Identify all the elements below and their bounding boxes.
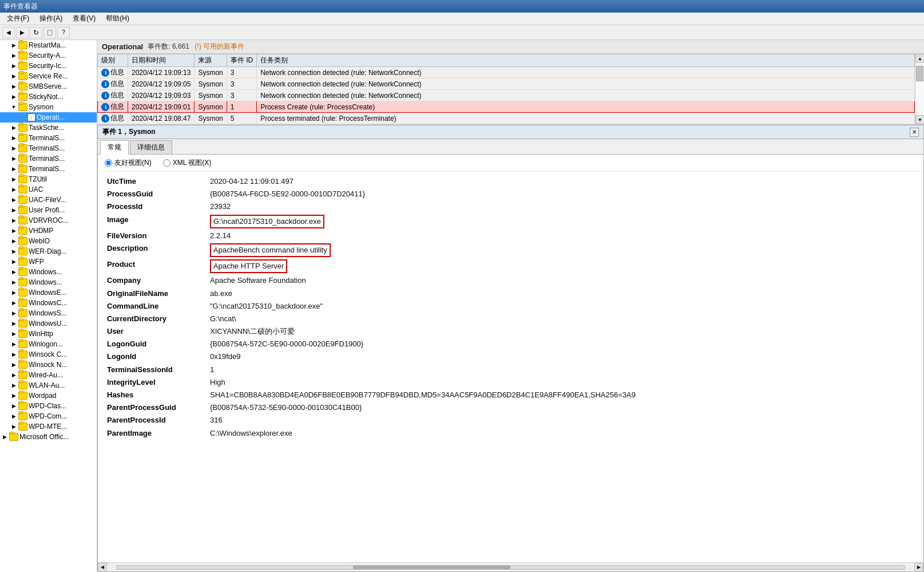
tree-arrow-14[interactable]: ▶ bbox=[9, 187, 18, 192]
sidebar-item-36[interactable]: ▶WPD-Com... bbox=[0, 411, 97, 421]
tree-arrow-31[interactable]: ▶ bbox=[9, 362, 18, 368]
h-scroll-track[interactable] bbox=[116, 565, 905, 570]
table-row-0[interactable]: ℹ信息2020/4/12 19:09:13Sysmon3Network conn… bbox=[98, 67, 915, 78]
menu-help[interactable]: 帮助(H) bbox=[101, 13, 134, 25]
tree-arrow-26[interactable]: ▶ bbox=[9, 310, 18, 316]
tree-arrow-0[interactable]: ▶ bbox=[9, 42, 18, 48]
sidebar-item-38[interactable]: ▶Microsoft Offic... bbox=[0, 432, 97, 442]
tree-arrow-10[interactable]: ▶ bbox=[9, 145, 18, 151]
tree-arrow-12[interactable]: ▶ bbox=[9, 166, 18, 172]
tree-arrow-3[interactable]: ▶ bbox=[9, 73, 18, 79]
scroll-track[interactable] bbox=[915, 63, 924, 115]
toolbar-forward-button[interactable]: ▶ bbox=[16, 27, 29, 38]
toolbar-help-button[interactable]: ? bbox=[57, 27, 70, 38]
sidebar-item-20[interactable]: ▶WER-Diag... bbox=[0, 246, 97, 257]
scroll-down-button[interactable]: ▼ bbox=[915, 115, 924, 124]
sidebar-item-23[interactable]: ▶Windows... bbox=[0, 277, 97, 287]
table-row-4[interactable]: ℹ信息2020/4/12 19:08:47Sysmon5Process term… bbox=[98, 113, 915, 124]
menu-action[interactable]: 操作(A) bbox=[35, 13, 67, 25]
sidebar-item-25[interactable]: ▶WindowsC... bbox=[0, 298, 97, 308]
tree-arrow-8[interactable]: ▶ bbox=[9, 125, 18, 131]
radio-friendly-input[interactable] bbox=[105, 159, 112, 167]
scroll-right-button[interactable]: ▶ bbox=[914, 563, 923, 572]
tree-arrow-23[interactable]: ▶ bbox=[9, 279, 18, 285]
sidebar-item-11[interactable]: ▶TerminalS... bbox=[0, 153, 97, 164]
tree-arrow-30[interactable]: ▶ bbox=[9, 352, 18, 357]
sidebar-item-34[interactable]: ▶Wordpad bbox=[0, 390, 97, 401]
tree-arrow-1[interactable]: ▶ bbox=[9, 53, 18, 58]
sidebar-item-3[interactable]: ▶Service Re... bbox=[0, 71, 97, 81]
sidebar-item-19[interactable]: ▶WebIO bbox=[0, 236, 97, 246]
table-row-3[interactable]: ℹ信息2020/4/12 19:09:01Sysmon1Process Crea… bbox=[98, 101, 915, 113]
tree-arrow-36[interactable]: ▶ bbox=[9, 413, 18, 419]
sidebar-item-7[interactable]: iOperati... bbox=[0, 112, 97, 123]
sidebar-item-18[interactable]: ▶VHDMP bbox=[0, 226, 97, 236]
tree-arrow-28[interactable]: ▶ bbox=[9, 331, 18, 337]
tree-arrow-25[interactable]: ▶ bbox=[9, 300, 18, 306]
tree-arrow-17[interactable]: ▶ bbox=[9, 218, 18, 223]
tree-arrow-22[interactable]: ▶ bbox=[9, 269, 18, 275]
menu-file[interactable]: 文件(F) bbox=[2, 13, 34, 25]
sidebar-item-0[interactable]: ▶RestartMa... bbox=[0, 40, 97, 50]
sidebar-item-27[interactable]: ▶WindowsU... bbox=[0, 318, 97, 329]
tree-arrow-38[interactable]: ▶ bbox=[0, 434, 9, 440]
table-row-2[interactable]: ℹ信息2020/4/12 19:09:03Sysmon3Network conn… bbox=[98, 90, 915, 101]
toolbar-back-button[interactable]: ◀ bbox=[2, 27, 15, 38]
sidebar-item-24[interactable]: ▶WindowsE... bbox=[0, 287, 97, 298]
tab-details[interactable]: 详细信息 bbox=[130, 140, 172, 154]
sidebar-item-31[interactable]: ▶Winsock N... bbox=[0, 360, 97, 370]
sidebar-item-33[interactable]: ▶WLAN-Au... bbox=[0, 380, 97, 390]
scroll-left-button[interactable]: ◀ bbox=[98, 563, 107, 572]
tree-arrow-15[interactable]: ▶ bbox=[9, 197, 18, 203]
sidebar-item-26[interactable]: ▶WindowsS... bbox=[0, 308, 97, 318]
tree-arrow-19[interactable]: ▶ bbox=[9, 238, 18, 244]
sidebar-item-9[interactable]: ▶TerminalS... bbox=[0, 133, 97, 143]
toolbar-refresh-button[interactable]: ↻ bbox=[30, 27, 42, 38]
table-vscrollbar[interactable]: ▲ ▼ bbox=[915, 54, 924, 124]
sidebar-item-21[interactable]: ▶WFP bbox=[0, 257, 97, 267]
tree-arrow-32[interactable]: ▶ bbox=[9, 372, 18, 378]
tree-arrow-24[interactable]: ▶ bbox=[9, 290, 18, 295]
radio-friendly[interactable]: 友好视图(N) bbox=[105, 158, 152, 168]
tree-arrow-9[interactable]: ▶ bbox=[9, 135, 18, 141]
sidebar-item-5[interactable]: ▶StickyNot... bbox=[0, 92, 97, 102]
sidebar-item-4[interactable]: ▶SMBServe... bbox=[0, 81, 97, 92]
tree-arrow-2[interactable]: ▶ bbox=[9, 63, 18, 69]
sidebar-item-28[interactable]: ▶WinHttp bbox=[0, 329, 97, 339]
sidebar-item-32[interactable]: ▶Wired-Au... bbox=[0, 370, 97, 380]
scroll-up-button[interactable]: ▲ bbox=[915, 54, 924, 63]
sidebar-item-14[interactable]: ▶UAC bbox=[0, 184, 97, 195]
radio-xml[interactable]: XML 视图(X) bbox=[163, 158, 212, 168]
sidebar-item-30[interactable]: ▶Winsock C... bbox=[0, 349, 97, 360]
sidebar-item-16[interactable]: ▶User Profi... bbox=[0, 205, 97, 215]
tree-arrow-34[interactable]: ▶ bbox=[9, 393, 18, 399]
tree-arrow-16[interactable]: ▶ bbox=[9, 207, 18, 213]
menu-view[interactable]: 查看(V) bbox=[68, 13, 100, 25]
tab-general[interactable]: 常规 bbox=[100, 140, 129, 155]
sidebar-item-29[interactable]: ▶Winlogon... bbox=[0, 339, 97, 349]
scroll-thumb[interactable] bbox=[916, 66, 923, 81]
sidebar-item-2[interactable]: ▶Security-Ic... bbox=[0, 61, 97, 71]
tree-arrow-21[interactable]: ▶ bbox=[9, 259, 18, 265]
tree-arrow-33[interactable]: ▶ bbox=[9, 382, 18, 388]
sidebar-item-10[interactable]: ▶TerminalS... bbox=[0, 143, 97, 153]
tree-arrow-18[interactable]: ▶ bbox=[9, 228, 18, 234]
sidebar-item-12[interactable]: ▶TerminalS... bbox=[0, 164, 97, 174]
sidebar-item-17[interactable]: ▶VDRVROC... bbox=[0, 215, 97, 226]
bottom-scrollbar[interactable]: ◀ ▶ bbox=[98, 562, 923, 571]
tree-arrow-27[interactable]: ▶ bbox=[9, 321, 18, 326]
sidebar-item-1[interactable]: ▶Security-A... bbox=[0, 50, 97, 61]
tree-arrow-5[interactable]: ▶ bbox=[9, 94, 18, 100]
tree-arrow-29[interactable]: ▶ bbox=[9, 341, 18, 347]
sidebar-item-13[interactable]: ▶TZUtil bbox=[0, 174, 97, 184]
toolbar-properties-button[interactable]: 📋 bbox=[43, 27, 56, 38]
tree-arrow-11[interactable]: ▶ bbox=[9, 156, 18, 161]
tree-arrow-6[interactable]: ▼ bbox=[9, 104, 18, 110]
sidebar-item-15[interactable]: ▶UAC-FileV... bbox=[0, 195, 97, 205]
sidebar-item-22[interactable]: ▶Windows... bbox=[0, 267, 97, 277]
table-row-1[interactable]: ℹ信息2020/4/12 19:09:05Sysmon3Network conn… bbox=[98, 78, 915, 90]
tree-arrow-4[interactable]: ▶ bbox=[9, 84, 18, 89]
event-detail-close-button[interactable]: ✕ bbox=[910, 128, 919, 137]
radio-xml-input[interactable] bbox=[163, 159, 170, 167]
tree-arrow-20[interactable]: ▶ bbox=[9, 248, 18, 254]
